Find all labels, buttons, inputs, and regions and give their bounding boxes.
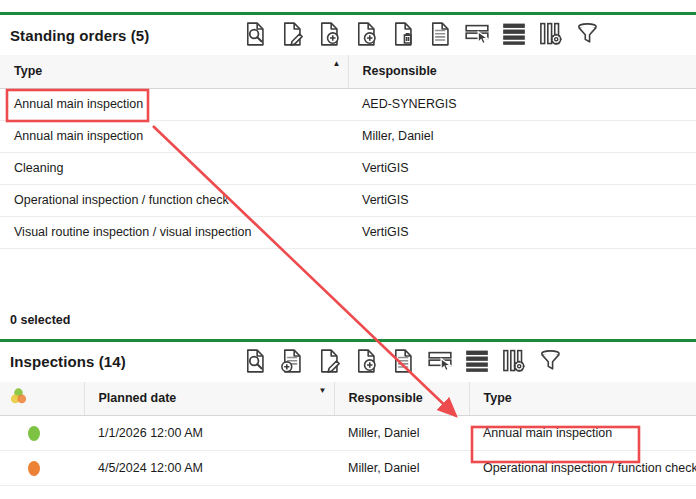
inspections-toolbar [241, 347, 565, 375]
sort-ascending-icon: ▲ [333, 59, 341, 68]
inspections-panel: Inspections (14) Planned date ▼ [0, 339, 696, 487]
cell-type[interactable]: Annual main inspection [469, 416, 696, 451]
cell-responsible[interactable]: Miller, Daniel [334, 451, 469, 486]
inspections-title: Inspections (14) [10, 353, 126, 370]
report-icon[interactable] [389, 347, 417, 375]
report-add-icon[interactable] [278, 347, 306, 375]
column-header-type[interactable]: Type [469, 382, 696, 416]
add-icon[interactable] [352, 347, 380, 375]
cell-responsible[interactable]: AED-SYNERGIS [348, 88, 696, 120]
configure-columns-icon[interactable] [500, 347, 528, 375]
copy-add-icon[interactable] [352, 20, 380, 48]
cell-responsible[interactable]: VertiGIS [348, 216, 696, 248]
standing-orders-title: Standing orders (5) [10, 27, 149, 44]
standing-orders-panel: Standing orders (5) Type ▲ Responsible [0, 0, 696, 339]
list-view-icon[interactable] [500, 20, 528, 48]
table-row[interactable]: Annual main inspection AED-SYNERGIS [0, 88, 696, 120]
edit-icon[interactable] [315, 347, 343, 375]
select-rows-icon[interactable] [463, 20, 491, 48]
cell-type[interactable]: Cleaning [0, 152, 348, 184]
add-icon[interactable] [315, 20, 343, 48]
edit-icon[interactable] [278, 20, 306, 48]
configure-columns-icon[interactable] [537, 20, 565, 48]
filter-icon[interactable] [537, 347, 565, 375]
status-legend-icon [9, 387, 28, 409]
top-spacer [0, 0, 696, 12]
cell-status[interactable] [0, 416, 84, 451]
cell-type[interactable]: Operational inspection / function check [0, 184, 348, 216]
status-dot-icon [28, 426, 40, 441]
cell-planned-date[interactable]: 1/1/2026 12:00 AM [84, 416, 334, 451]
delete-icon[interactable] [389, 20, 417, 48]
table-row[interactable]: 4/5/2024 12:00 AM Miller, Daniel Operati… [0, 451, 696, 486]
cell-status[interactable] [0, 451, 84, 486]
status-dot-icon [28, 461, 40, 476]
standing-orders-table: Type ▲ Responsible Annual main inspectio… [0, 55, 696, 249]
preview-icon[interactable] [241, 347, 269, 375]
column-header-responsible[interactable]: Responsible [334, 382, 469, 416]
cell-responsible[interactable]: VertiGIS [348, 184, 696, 216]
filter-icon[interactable] [574, 20, 602, 48]
list-view-icon[interactable] [463, 347, 491, 375]
cell-responsible[interactable]: VertiGIS [348, 152, 696, 184]
column-header-type[interactable]: Type ▲ [0, 55, 348, 88]
preview-icon[interactable] [241, 20, 269, 48]
table-row[interactable]: Annual main inspection Miller, Daniel [0, 120, 696, 152]
cell-type[interactable]: Annual main inspection [0, 120, 348, 152]
select-rows-icon[interactable] [426, 347, 454, 375]
cell-type[interactable]: Operational inspection / function check [469, 451, 696, 486]
standing-orders-header: Standing orders (5) [0, 15, 696, 55]
table-row[interactable]: Cleaning VertiGIS [0, 152, 696, 184]
selection-count: 0 selected [0, 249, 696, 339]
cell-type[interactable]: Visual routine inspection / visual inspe… [0, 216, 348, 248]
inspections-table: Planned date ▼ Responsible Type 1/1/2026… [0, 382, 696, 487]
cell-type[interactable]: Annual main inspection [0, 88, 348, 120]
standing-orders-toolbar [241, 20, 602, 48]
cell-responsible[interactable]: Miller, Daniel [334, 416, 469, 451]
cell-planned-date[interactable]: 4/5/2024 12:00 AM [84, 451, 334, 486]
report-icon[interactable] [426, 20, 454, 48]
sort-descending-icon: ▼ [319, 386, 327, 395]
column-header-status[interactable] [0, 382, 84, 416]
column-header-planned-date[interactable]: Planned date ▼ [84, 382, 334, 416]
table-row[interactable]: Visual routine inspection / visual inspe… [0, 216, 696, 248]
table-row[interactable]: 1/1/2026 12:00 AM Miller, Daniel Annual … [0, 416, 696, 451]
table-row[interactable]: Operational inspection / function check … [0, 184, 696, 216]
column-header-responsible[interactable]: Responsible [348, 55, 696, 88]
inspections-header: Inspections (14) [0, 342, 696, 382]
cell-responsible[interactable]: Miller, Daniel [348, 120, 696, 152]
